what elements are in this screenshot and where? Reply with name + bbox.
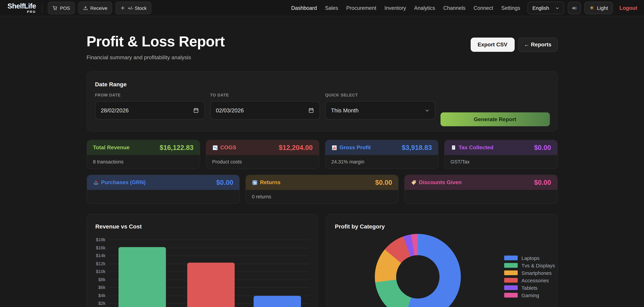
stat-value: $12,204.00 (279, 144, 313, 152)
y-axis-tick: $6k (98, 285, 106, 290)
header-actions: Export CSV ← Reports (470, 38, 558, 52)
adjust-stock-button[interactable]: +/- Stock (116, 2, 151, 14)
nav-link-channels[interactable]: Channels (443, 5, 466, 11)
legend-label: Laptops (522, 255, 540, 261)
tag-icon (411, 180, 416, 185)
main-content: Profit & Loss Report Financial summary a… (86, 16, 558, 307)
legend-swatch (504, 256, 518, 260)
legend-label: Accessories (522, 278, 549, 283)
chart-title: Profit by Category (335, 224, 385, 230)
top-navbar: ShelfLife PRO POS Receive +/- Stock Dash… (0, 0, 644, 16)
sound-button[interactable] (568, 2, 580, 14)
speaker-icon (571, 5, 577, 11)
logout-button[interactable]: Logout (620, 5, 637, 11)
date-range-card: Date Range FROM DATE 28/02/2026 TO DATE … (86, 72, 558, 131)
receipt-icon (450, 145, 456, 150)
legend-label: Tablets (522, 285, 538, 290)
legend-swatch (504, 263, 518, 268)
y-axis-tick: $16k (96, 245, 106, 250)
stat-label: Total Revenue (93, 144, 130, 150)
y-axis-tick: $8k (98, 277, 106, 282)
legend-label: Gaming (522, 292, 539, 298)
receive-button[interactable]: Receive (78, 2, 112, 14)
nav-link-analytics[interactable]: Analytics (414, 5, 435, 11)
stat-value: $0.00 (375, 178, 392, 186)
legend-item: Smartphones (504, 270, 555, 275)
main-nav: Dashboard Sales Procurement Inventory An… (291, 5, 520, 11)
receive-label: Receive (90, 5, 108, 11)
legend-item: Laptops (504, 256, 555, 260)
charts-row: Revenue vs Cost $18k$16k$14k$12k$10k$8k$… (86, 214, 558, 307)
page-title: Profit & Loss Report (86, 33, 225, 50)
y-axis-tick: $14k (96, 253, 106, 258)
nav-link-procurement[interactable]: Procurement (346, 5, 376, 11)
bar-profit (254, 296, 301, 307)
page-header: Profit & Loss Report Financial summary a… (86, 33, 558, 60)
brand-name: ShelfLife (8, 2, 36, 10)
gridline (109, 240, 310, 240)
nav-link-connect[interactable]: Connect (474, 5, 493, 11)
total-revenue-card: Total Revenue $16,122.83 8 transactions (86, 140, 200, 169)
y-axis-tick: $10k (96, 269, 106, 274)
revenue-vs-cost-chart-card: Revenue vs Cost $18k$16k$14k$12k$10k$8k$… (86, 214, 318, 307)
export-csv-button[interactable]: Export CSV (470, 38, 514, 52)
stat-subtitle: 8 transactions (93, 159, 124, 164)
stats-row-1: Total Revenue $16,122.83 8 transactions … (86, 140, 558, 169)
profit-loss-report-page: ShelfLife PRO POS Receive +/- Stock Dash… (0, 0, 644, 307)
stat-subtitle: Product costs (212, 159, 242, 164)
stat-subtitle: 24.31% margin (331, 159, 364, 164)
adjust-stock-label: +/- Stock (128, 5, 146, 11)
nav-link-settings[interactable]: Settings (501, 5, 520, 11)
back-to-reports-button[interactable]: ← Reports (518, 38, 558, 52)
to-date-input[interactable]: 02/03/2026 (210, 101, 320, 120)
profit-by-category-chart-card: Profit by Category Laptops Tvs & Display… (326, 214, 558, 307)
sun-icon: ☀ (589, 5, 594, 11)
purchases-grn-card: Purchases (GRN) $0.00 (86, 175, 240, 204)
stats-row-2: Purchases (GRN) $0.00 Returns $0.00 0 re… (86, 175, 558, 204)
bar-cogs (187, 263, 234, 307)
bar-chart-plot (109, 240, 310, 307)
brand-suffix: PRO (8, 10, 36, 14)
calendar-icon[interactable] (308, 107, 314, 114)
bar-revenue (118, 247, 166, 307)
nav-link-dashboard[interactable]: Dashboard (291, 5, 317, 11)
nav-link-sales[interactable]: Sales (325, 5, 338, 11)
nav-link-inventory[interactable]: Inventory (384, 5, 406, 11)
to-date-label: TO DATE (210, 93, 325, 98)
gross-profit-card: Gross Profit $3,918.83 24.31% margin (325, 140, 438, 169)
stat-value: $3,918.83 (402, 144, 432, 152)
language-selected: English (532, 5, 549, 11)
calendar-icon[interactable] (193, 107, 199, 114)
stat-value: $0.00 (534, 178, 551, 186)
y-axis-tick: $12k (96, 261, 106, 266)
theme-toggle-button[interactable]: ☀ Light (584, 2, 613, 14)
stat-subtitle: 0 returns (252, 194, 271, 199)
return-arrow-icon (252, 180, 258, 185)
discounts-given-card: Discounts Given $0.00 (404, 175, 558, 204)
quick-select-dropdown[interactable]: This Month (325, 101, 435, 120)
from-date-label: FROM DATE (95, 93, 210, 98)
language-select[interactable]: English (528, 2, 564, 14)
theme-toggle-label: Light (597, 5, 608, 11)
legend-swatch (504, 285, 518, 290)
legend-swatch (504, 270, 518, 275)
pos-button[interactable]: POS (48, 2, 75, 14)
download-icon (83, 6, 88, 10)
navbar-controls: English ☀ Light Logout (528, 2, 637, 14)
y-axis-tick: $4k (98, 293, 106, 298)
app-logo[interactable]: ShelfLife PRO (8, 2, 36, 14)
chart-legend: Laptops Tvs & Displays Smartphones Acces… (504, 256, 555, 298)
y-axis-tick: $18k (96, 237, 106, 242)
from-date-value: 28/02/2026 (101, 107, 193, 114)
inbox-icon (93, 180, 99, 185)
quick-select-value: This Month (331, 107, 425, 114)
date-range-title: Date Range (95, 81, 549, 88)
generate-report-button[interactable]: Generate Report (440, 112, 550, 126)
cogs-card: COGS $12,204.00 Product costs (206, 140, 319, 169)
stat-label: Gross Profit (340, 144, 371, 150)
chevron-down-icon (555, 6, 559, 10)
from-date-input[interactable]: 28/02/2026 (95, 101, 205, 120)
stat-label: Discounts Given (419, 180, 462, 186)
bar-chart-icon (331, 145, 337, 150)
quick-actions: POS Receive +/- Stock (48, 2, 151, 14)
